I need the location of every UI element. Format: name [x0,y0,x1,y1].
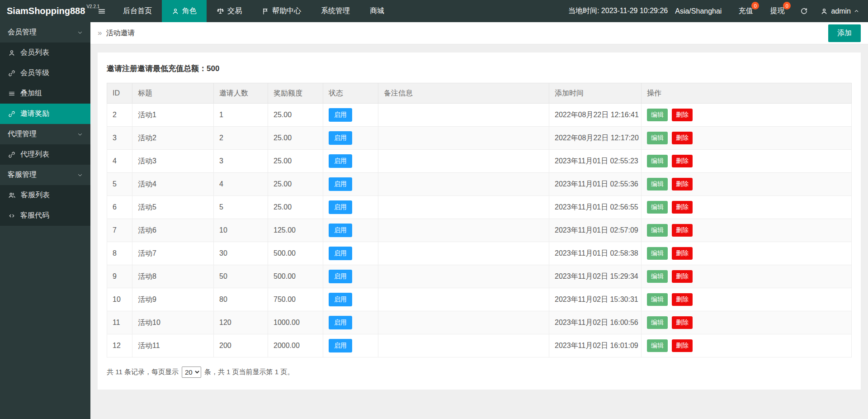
status-enabled-button[interactable]: 启用 [329,108,352,122]
nav-item-label: 交易 [227,6,242,16]
withdraw-button[interactable]: 提现 0 [761,0,793,22]
nav-item-system[interactable]: 系统管理 [311,0,360,22]
cell-status: 启用 [323,173,378,196]
cell-note [378,219,549,242]
cell-note [378,265,549,288]
cell-id: 10 [107,288,132,311]
recharge-badge: 0 [751,2,759,10]
breadcrumb: 活动邀请 [106,29,135,38]
sidebar-item-support-code[interactable]: 客服代码 [0,205,90,226]
pagination-prefix: 共 11 条记录，每页显示 [107,368,179,376]
status-enabled-button[interactable]: 启用 [329,131,352,145]
cell-note [378,242,549,265]
status-enabled-button[interactable]: 启用 [329,293,352,306]
recharge-button[interactable]: 充值 0 [730,0,761,22]
add-button[interactable]: 添加 [828,24,861,42]
cell-id: 8 [107,242,132,265]
page-size-select[interactable]: 20 [182,367,201,378]
user-icon [8,49,15,57]
delete-button[interactable]: 删除 [672,224,693,237]
sidebar-item-invite-reward[interactable]: 邀请奖励 [0,104,90,124]
card-title-value: 500 [207,64,219,73]
cell-status: 启用 [323,196,378,219]
edit-button[interactable]: 编辑 [647,316,668,329]
cell-note [378,334,549,357]
table-row: 11活动101201000.00启用2023年11月02日 16:00:56编辑… [107,311,852,334]
status-enabled-button[interactable]: 启用 [329,339,352,352]
cell-note [378,127,549,150]
nav-item-trade[interactable]: 交易 [207,0,252,22]
chevron-down-icon [77,132,83,137]
cell-added-time: 2023年11月01日 02:56:55 [549,196,642,219]
delete-button[interactable]: 删除 [672,178,693,190]
cell-invite-count: 30 [214,242,268,265]
sidebar-group-agent-management[interactable]: 代理管理 [0,124,90,144]
sidebar-toggle-button[interactable] [90,0,113,22]
nav-item-help-center[interactable]: 帮助中心 [252,0,311,22]
cell-added-time: 2023年11月02日 16:01:09 [549,334,642,357]
edit-button[interactable]: 编辑 [647,247,668,260]
nav-item-role[interactable]: 角色 [162,0,207,22]
table-row: 2活动1125.00启用2022年08月22日 12:16:41编辑删除 [107,104,852,127]
refresh-button[interactable] [793,0,815,22]
cell-added-time: 2023年11月02日 16:00:56 [549,311,642,334]
delete-button[interactable]: 删除 [672,270,693,283]
sidebar-group-support-management[interactable]: 客服管理 [0,165,90,185]
nav-item-label: 后台首页 [123,6,152,16]
cell-id: 5 [107,173,132,196]
column-header: 邀请人数 [214,83,268,104]
cell-id: 11 [107,311,132,334]
cell-reward-amount: 500.00 [268,265,323,288]
cell-title: 活动11 [132,334,214,357]
logo[interactable]: SiamShopping888 V2.2.1 [0,0,90,22]
sidebar-group-items: 会员列表 会员等级 叠加组 邀请奖励 [0,43,90,124]
sidebar-group-label: 会员管理 [8,28,37,37]
edit-button[interactable]: 编辑 [647,155,668,167]
nav-item-dashboard[interactable]: 后台首页 [113,0,162,22]
edit-button[interactable]: 编辑 [647,293,668,306]
link-icon [8,110,15,118]
edit-button[interactable]: 编辑 [647,201,668,214]
top-navbar: SiamShopping888 V2.2.1 后台首页 角色 交易 帮助中心 [0,0,868,22]
delete-button[interactable]: 删除 [672,201,693,214]
status-enabled-button[interactable]: 启用 [329,154,352,168]
edit-button[interactable]: 编辑 [647,109,668,121]
cell-id: 9 [107,265,132,288]
nav-item-label: 角色 [182,6,197,16]
edit-button[interactable]: 编辑 [647,270,668,283]
edit-button[interactable]: 编辑 [647,178,668,190]
status-enabled-button[interactable]: 启用 [329,200,352,214]
sidebar-item-label: 会员等级 [20,68,49,78]
admin-menu[interactable]: admin [815,0,868,22]
cell-invite-count: 120 [214,311,268,334]
edit-button[interactable]: 编辑 [647,339,668,352]
sidebar-item-member-list[interactable]: 会员列表 [0,43,90,63]
nav-item-mall[interactable]: 商城 [360,0,394,22]
delete-button[interactable]: 删除 [672,293,693,306]
cell-id: 6 [107,196,132,219]
delete-button[interactable]: 删除 [672,109,693,121]
edit-button[interactable]: 编辑 [647,132,668,144]
status-enabled-button[interactable]: 启用 [329,247,352,260]
sidebar-item-member-level[interactable]: 会员等级 [0,63,90,83]
status-enabled-button[interactable]: 启用 [329,316,352,329]
cell-status: 启用 [323,265,378,288]
status-enabled-button[interactable]: 启用 [329,224,352,237]
delete-button[interactable]: 删除 [672,155,693,167]
delete-button[interactable]: 删除 [672,339,693,352]
link-icon [8,70,15,77]
status-enabled-button[interactable]: 启用 [329,270,352,283]
cell-status: 启用 [323,334,378,357]
sidebar-item-support-list[interactable]: 客服列表 [0,185,90,205]
sidebar-item-stack-group[interactable]: 叠加组 [0,83,90,104]
sidebar-item-agent-list[interactable]: 代理列表 [0,144,90,165]
main-nav: 后台首页 角色 交易 帮助中心 系统管理 商城 [113,0,394,22]
delete-button[interactable]: 删除 [672,132,693,144]
table-row: 5活动4425.00启用2023年11月01日 02:55:36编辑删除 [107,173,852,196]
status-enabled-button[interactable]: 启用 [329,177,352,191]
edit-button[interactable]: 编辑 [647,224,668,237]
delete-button[interactable]: 删除 [672,247,693,260]
list-icon [8,90,15,97]
sidebar-group-member-management[interactable]: 会员管理 [0,22,90,43]
delete-button[interactable]: 删除 [672,316,693,329]
